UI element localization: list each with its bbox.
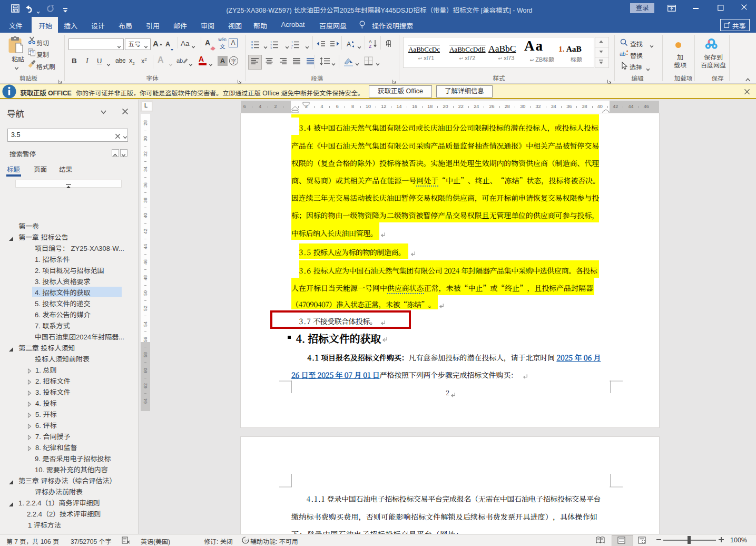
svg-text:ab: ab [620, 51, 626, 57]
svg-text:?: ? [244, 539, 247, 543]
svg-text:字: 字 [231, 58, 237, 64]
svg-text:ab: ab [176, 57, 183, 64]
svg-text:3: 3 [270, 46, 272, 49]
svg-text:Z: Z [369, 44, 371, 49]
svg-text:A: A [347, 41, 351, 48]
svg-text:i: i [291, 46, 292, 49]
